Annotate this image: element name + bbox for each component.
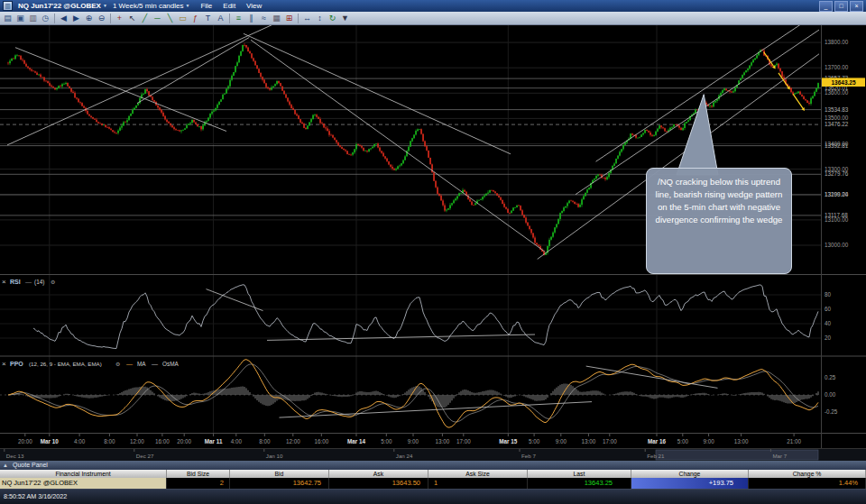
svg-text:⚙: ⚙: [115, 362, 120, 367]
status-bar: 8:50:52 AM 3/16/2022: [0, 489, 866, 504]
toolbar-separator: [110, 14, 111, 23]
svg-text:8:00: 8:00: [104, 438, 115, 444]
svg-text:13199.24: 13199.24: [825, 191, 849, 197]
svg-text:PPO: PPO: [10, 361, 23, 367]
col-header-last[interactable]: Last: [528, 470, 631, 478]
svg-text:Mar 14: Mar 14: [347, 438, 365, 444]
svg-text:9:00: 9:00: [703, 438, 714, 444]
quote-ask: 13643.50: [329, 478, 428, 489]
svg-text:Mar 15: Mar 15: [499, 438, 517, 444]
symbol-selector[interactable]: NQ Jun17'22 @GLOBEX▼: [18, 2, 107, 10]
rectangle-tool-icon[interactable]: ▭: [177, 13, 189, 24]
svg-text:13392.81: 13392.81: [825, 142, 849, 149]
rsi-settings-gear-icon[interactable]: ⚙: [51, 279, 55, 285]
col-header-change[interactable]: Change: [631, 470, 749, 478]
symbol-label: NQ Jun17'22 @GLOBEX: [18, 2, 101, 10]
svg-text:(12, 26, 9 - EMA, EMA, EMA): (12, 26, 9 - EMA, EMA, EMA): [29, 361, 102, 367]
svg-text:5:00: 5:00: [529, 438, 540, 444]
svg-text:21:00: 21:00: [787, 438, 801, 444]
quote-panel-titlebar[interactable]: ▲ Quote Panel: [0, 461, 866, 470]
bar-style-icon[interactable]: ∥: [245, 13, 257, 24]
svg-text:13800.00: 13800.00: [825, 39, 849, 45]
quote-instrument[interactable]: NQ Jun17'22 @GLOBEX: [0, 478, 167, 489]
svg-text:9:00: 9:00: [408, 438, 419, 444]
window-controls: _□×: [817, 1, 863, 12]
open-chartbook-icon[interactable]: ▤: [2, 13, 14, 24]
col-header-bid[interactable]: Bid: [230, 470, 329, 478]
timeline-visible-window[interactable]: [656, 450, 818, 460]
svg-text:—: —: [126, 361, 133, 367]
zoom-in-icon[interactable]: ⊕: [83, 13, 95, 24]
quote-change: +193.75: [631, 478, 749, 489]
quote-row[interactable]: NQ Jun17'22 @GLOBEX 2 13642.75 13643.50 …: [0, 478, 866, 489]
svg-text:40: 40: [825, 320, 832, 326]
next-chart-icon[interactable]: ▶: [70, 13, 82, 24]
pointer-icon[interactable]: ↖: [126, 13, 138, 24]
scale-horizontal-icon[interactable]: ↔: [301, 13, 313, 24]
chart-annotation-callout[interactable]: /NQ cracking below this uptrend line, be…: [646, 168, 792, 274]
minimize-button[interactable]: _: [819, 1, 833, 12]
svg-text:0.00: 0.00: [825, 391, 836, 398]
svg-text:9:00: 9:00: [556, 438, 567, 444]
menu-file[interactable]: File: [200, 2, 212, 10]
line-style-icon[interactable]: ≈: [258, 13, 270, 24]
chart-region[interactable]: 13800.0013700.0013600.0013500.0013400.00…: [0, 25, 866, 461]
rsi-close-button[interactable]: ×: [2, 278, 6, 286]
clock-icon[interactable]: ◷: [40, 13, 51, 24]
svg-text:×: ×: [2, 278, 6, 286]
ppo-settings-gear-icon[interactable]: ⚙: [115, 362, 120, 367]
callout-tool-icon[interactable]: A: [215, 13, 226, 24]
text-tool-icon[interactable]: T: [202, 13, 214, 24]
toolbar: ▤▣▥◷◀▶⊕⊖+↖╱─╲▭ƒTA≡∥≈▦⊞↔↕↻▼: [0, 12, 866, 25]
col-header-ask-size[interactable]: Ask Size: [428, 470, 528, 478]
col-header-ask[interactable]: Ask: [329, 470, 428, 478]
col-header-change-pct[interactable]: Change %: [749, 470, 866, 478]
quote-panel-collapse-icon[interactable]: ▲: [3, 461, 8, 470]
svg-text:4:00: 4:00: [231, 438, 243, 444]
svg-text:17:00: 17:00: [456, 438, 471, 444]
svg-text:5:00: 5:00: [677, 438, 689, 444]
col-header-bid-size[interactable]: Bid Size: [167, 470, 230, 478]
svg-text:13:00: 13:00: [436, 438, 450, 444]
ppo-close-button[interactable]: ×: [2, 360, 6, 368]
titlebar: ▥ NQ Jun17'22 @GLOBEX▼ 1 Week/5 min cand…: [0, 0, 866, 12]
prev-chart-icon[interactable]: ◀: [58, 13, 69, 24]
studies-icon[interactable]: ⊞: [283, 13, 295, 24]
timeframe-selector[interactable]: 1 Week/5 min candles▼: [113, 2, 190, 10]
svg-text:13000.00: 13000.00: [825, 242, 849, 248]
svg-text:5:00: 5:00: [381, 438, 392, 444]
horizontal-line-tool-icon[interactable]: ─: [152, 13, 163, 24]
zoom-out-icon[interactable]: ⊖: [96, 13, 107, 24]
refresh-icon[interactable]: ↻: [327, 13, 338, 24]
menu-view[interactable]: View: [246, 2, 262, 10]
print-icon[interactable]: ▥: [27, 13, 39, 24]
svg-text:Mar 7: Mar 7: [772, 453, 787, 459]
scale-vertical-icon[interactable]: ↕: [314, 13, 326, 24]
menu-edit[interactable]: Edit: [223, 2, 235, 10]
svg-text:-0.25: -0.25: [825, 408, 838, 415]
timeframe-caret-icon: ▼: [185, 3, 189, 8]
save-chartbook-icon[interactable]: ▣: [14, 13, 26, 24]
svg-text:20:00: 20:00: [177, 438, 191, 444]
svg-text:80: 80: [825, 291, 832, 298]
candlestick-style-icon[interactable]: ≡: [233, 13, 244, 24]
grid-icon[interactable]: ▦: [271, 13, 282, 24]
maximize-button[interactable]: □: [834, 1, 848, 12]
quote-bid-size: 2: [167, 478, 230, 489]
fibonacci-tool-icon[interactable]: ƒ: [189, 13, 201, 24]
crosshair-icon[interactable]: +: [114, 13, 125, 24]
svg-text:12:00: 12:00: [130, 438, 144, 444]
quote-bid: 13642.75: [230, 478, 329, 489]
trendline-tool-icon[interactable]: ╱: [139, 13, 151, 24]
tool-dropdown-icon[interactable]: ▼: [339, 13, 351, 24]
quote-ask-size: 1: [428, 478, 528, 489]
svg-text:Dec 13: Dec 13: [6, 453, 24, 459]
close-button[interactable]: ×: [850, 1, 863, 12]
app-icon: ▥: [3, 1, 13, 11]
col-header-financial-instrument[interactable]: Financial Instrument: [0, 470, 167, 478]
svg-text:Feb 21: Feb 21: [647, 453, 665, 459]
svg-text:×: ×: [2, 360, 6, 368]
ray-tool-icon[interactable]: ╲: [164, 13, 176, 24]
svg-text:13:00: 13:00: [734, 438, 749, 444]
last-price-tag: 13643.25: [822, 78, 865, 87]
